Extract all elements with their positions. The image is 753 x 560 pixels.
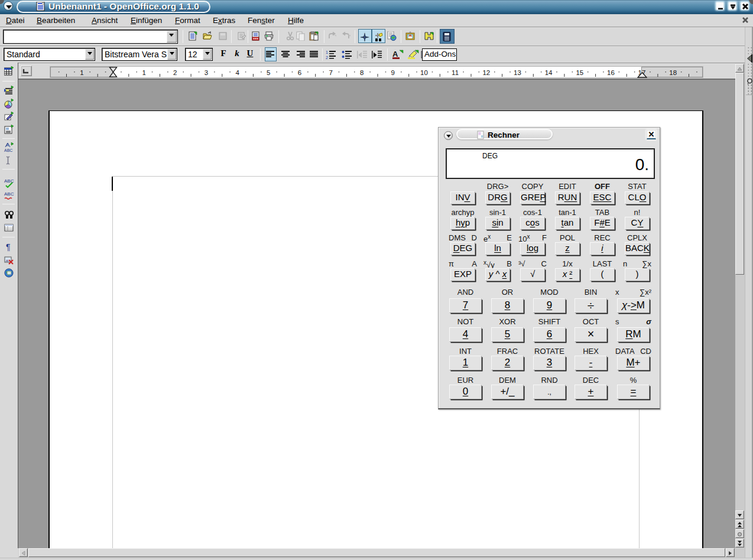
svg-text:8: 8 [360,69,363,76]
svg-text:13: 13 [514,69,521,76]
svg-text:1: 1 [142,69,145,76]
svg-text:ABC: ABC [4,191,14,197]
svg-text:15: 15 [576,69,583,76]
svg-text:10: 10 [420,69,428,76]
svg-text:A: A [392,50,398,58]
svg-text:2: 2 [173,69,177,76]
svg-text:1: 1 [326,50,328,54]
svg-text:2: 2 [326,56,328,60]
svg-text:ABC: ABC [4,148,12,152]
svg-text:18: 18 [669,69,677,76]
svg-text:16: 16 [607,69,615,76]
svg-text:11: 11 [452,69,459,76]
svg-text:6: 6 [298,69,301,76]
svg-text:¶: ¶ [6,242,11,252]
svg-text:7: 7 [329,69,332,76]
svg-text:1: 1 [80,69,83,76]
svg-text:12: 12 [482,69,490,76]
svg-text:14: 14 [545,69,553,76]
svg-text:3: 3 [205,69,208,76]
svg-text:9: 9 [391,69,395,76]
svg-text:4: 4 [235,69,239,76]
svg-text:5: 5 [267,69,270,76]
